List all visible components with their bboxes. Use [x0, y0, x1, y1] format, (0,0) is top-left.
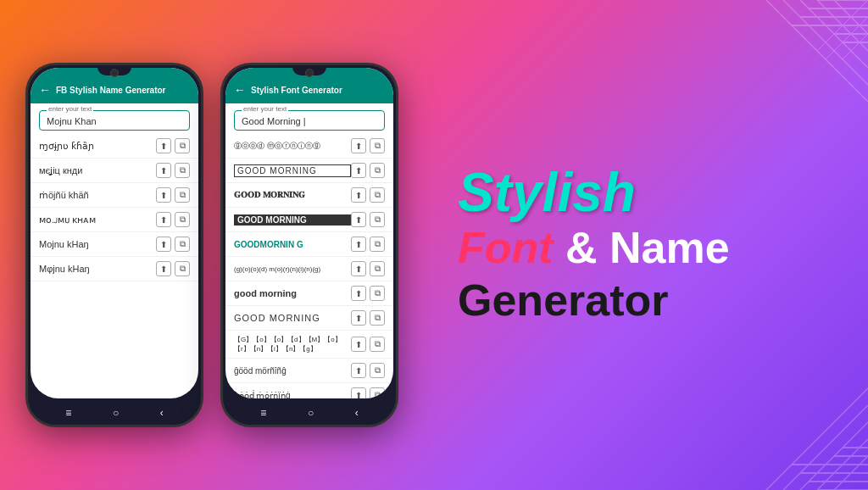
copy-btn-p2-4[interactable]: ⧉	[370, 212, 385, 227]
font-actions-p2-5: ⬆ ⧉	[351, 237, 385, 252]
copy-btn-p2-2[interactable]: ⧉	[370, 163, 385, 178]
phone-1-title: FB Stylish Name Generator	[56, 86, 165, 95]
list-item: ɱơɉɲʋ ƙɦȁɲ ⬆ ⧉	[31, 134, 198, 159]
copy-btn-p2-11[interactable]: ⧉	[370, 387, 385, 398]
phone-1-input-field[interactable]: enter your text Mojnu Khan	[39, 110, 190, 131]
list-item: GOOD MORNING ⬆ ⧉	[225, 159, 393, 183]
nav-back-2[interactable]: ‹	[355, 407, 359, 419]
list-item: GOOD MORNING ⬆ ⧉	[225, 306, 393, 331]
copy-btn-3[interactable]: ⧉	[175, 187, 190, 203]
phone-1-input-area: enter your text Mojnu Khan	[31, 103, 198, 134]
phone-2-camera	[305, 69, 314, 77]
share-btn-1[interactable]: ⬆	[156, 138, 171, 153]
phone-2-screen: ← Stylish Font Generator enter your text…	[225, 68, 393, 398]
phone-1-back-arrow[interactable]: ←	[39, 83, 51, 97]
copy-btn-p2-3[interactable]: ⧉	[370, 187, 385, 203]
list-item: ĝööd mörñîñĝ ⬆ ⧉	[225, 359, 393, 383]
list-item: good morning ⬆ ⧉	[225, 281, 393, 306]
font-actions-4: ⬆ ⧉	[156, 212, 190, 227]
font-actions-2: ⬆ ⧉	[156, 163, 190, 178]
font-text-p2-4: GOOD MORNING	[234, 214, 351, 226]
font-actions-1: ⬆ ⧉	[156, 138, 190, 153]
phone-2: ← Stylish Font Generator enter your text…	[220, 63, 398, 427]
font-text-p2-6: (g)(o)(o)(d) m(o)(r)(n)(i)(n)(g)	[234, 265, 351, 273]
font-text-3: ṁöjñü khäñ	[39, 190, 156, 201]
font-text-1: ɱơɉɲʋ ƙɦȁɲ	[39, 141, 156, 152]
list-item: GOODMORNIN G ⬆ ⧉	[225, 232, 393, 257]
share-btn-p2-7[interactable]: ⬆	[351, 286, 366, 301]
copy-btn-p2-6[interactable]: ⧉	[370, 261, 385, 276]
share-btn-3[interactable]: ⬆	[156, 187, 171, 203]
share-btn-p2-4[interactable]: ⬆	[351, 212, 366, 227]
list-item: ġȯȯḋ ṁȯṙṅïṅġ ⬆ ⧉	[225, 383, 393, 398]
phone-1: ← FB Stylish Name Generator enter your t…	[25, 63, 203, 427]
phone-1-camera	[110, 69, 119, 77]
phone-2-title: Stylish Font Generator	[251, 86, 342, 95]
copy-btn-2[interactable]: ⧉	[175, 163, 190, 178]
font-text-p2-10: ĝööd mörñîñĝ	[234, 366, 351, 376]
font-actions-6: ⬆ ⧉	[156, 261, 190, 276]
share-btn-5[interactable]: ⬆	[156, 237, 171, 252]
phone-2-back-arrow[interactable]: ←	[234, 83, 246, 97]
phone-2-bottom: ≡ ○ ‹	[223, 401, 396, 425]
font-text-p2-11: ġȯȯḋ ṁȯṙṅïṅġ	[234, 391, 351, 399]
brand-generator-text: Generator	[458, 276, 669, 325]
list-item: ⓖⓞⓞⓓ ⓜⓞⓡⓝⓘⓝⓖ ⬆ ⧉	[225, 134, 393, 159]
share-btn-p2-11[interactable]: ⬆	[351, 387, 366, 398]
share-btn-2[interactable]: ⬆	[156, 163, 171, 178]
list-item: ᴍᴏ.ᴊᴍᴜ ᴋʜᴀᴍ ⬆ ⧉	[31, 208, 198, 232]
phone-1-input-value[interactable]: Mojnu Khan	[47, 114, 182, 126]
share-btn-p2-5[interactable]: ⬆	[351, 237, 366, 252]
font-text-p2-9: 【G】【o】【o】【d】【M】【o】【r】【n】【i】【n】【g】	[234, 335, 351, 354]
copy-btn-p2-10[interactable]: ⧉	[370, 363, 385, 378]
copy-btn-1[interactable]: ⧉	[175, 138, 190, 153]
font-text-p2-5: GOODMORNIN G	[234, 240, 351, 249]
phone-2-input-value[interactable]: Good Morning |	[242, 114, 377, 126]
share-btn-p2-6[interactable]: ⬆	[351, 261, 366, 276]
font-actions-p2-10: ⬆ ⧉	[351, 363, 385, 378]
list-item: GOOD MORNING ⬆ ⧉	[225, 208, 393, 232]
font-actions-5: ⬆ ⧉	[156, 237, 190, 252]
font-text-5: Mojnu kHaŋ	[39, 239, 156, 249]
phone-2-input-label: enter your text	[242, 105, 288, 113]
copy-btn-p2-8[interactable]: ⧉	[370, 310, 385, 326]
brand-font-name-text: Font & Name	[458, 224, 730, 272]
copy-btn-6[interactable]: ⧉	[175, 261, 190, 276]
font-actions-p2-1: ⬆ ⧉	[351, 138, 385, 153]
phone-2-input-area: enter your text Good Morning |	[225, 103, 393, 134]
phone-2-input-field[interactable]: enter your text Good Morning |	[234, 110, 385, 131]
nav-menu-1[interactable]: ≡	[65, 407, 71, 419]
nav-home-2[interactable]: ○	[308, 407, 314, 419]
copy-btn-4[interactable]: ⧉	[175, 212, 190, 227]
font-actions-p2-6: ⬆ ⧉	[351, 261, 385, 276]
share-btn-p2-2[interactable]: ⬆	[351, 163, 366, 178]
share-btn-p2-10[interactable]: ⬆	[351, 363, 366, 378]
copy-btn-p2-5[interactable]: ⧉	[370, 237, 385, 252]
list-item: 【G】【o】【o】【d】【M】【o】【r】【n】【i】【n】【g】 ⬆ ⧉	[225, 331, 393, 359]
corner-pattern-bottom-right	[732, 354, 868, 490]
font-text-p2-3: 𝐆𝐎𝐎𝐃 𝐌𝐎𝐑𝐍𝐈𝐍𝐆	[234, 190, 351, 200]
share-btn-p2-1[interactable]: ⬆	[351, 138, 366, 153]
font-actions-p2-3: ⬆ ⧉	[351, 187, 385, 203]
share-btn-p2-8[interactable]: ⬆	[351, 310, 366, 326]
share-btn-p2-3[interactable]: ⬆	[351, 187, 366, 203]
list-item: 𝐆𝐎𝐎𝐃 𝐌𝐎𝐑𝐍𝐈𝐍𝐆 ⬆ ⧉	[225, 183, 393, 208]
font-actions-p2-8: ⬆ ⧉	[351, 310, 385, 326]
nav-menu-2[interactable]: ≡	[260, 407, 266, 419]
list-item: Mφjnu kHaŋ ⬆ ⧉	[31, 257, 198, 281]
nav-back-1[interactable]: ‹	[160, 407, 164, 419]
share-btn-4[interactable]: ⬆	[156, 212, 171, 227]
list-item: Mojnu kHaŋ ⬆ ⧉	[31, 232, 198, 257]
copy-btn-p2-1[interactable]: ⧉	[370, 138, 385, 153]
share-btn-p2-9[interactable]: ⬆	[351, 337, 366, 352]
nav-home-1[interactable]: ○	[113, 407, 119, 419]
copy-btn-5[interactable]: ⧉	[175, 237, 190, 252]
font-text-2: мєʝiц кнди	[39, 165, 156, 176]
phone-1-bottom: ≡ ○ ‹	[28, 401, 201, 425]
copy-btn-p2-9[interactable]: ⧉	[370, 337, 385, 352]
phone-2-font-list: ⓖⓞⓞⓓ ⓜⓞⓡⓝⓘⓝⓖ ⬆ ⧉ GOOD MORNING ⬆ ⧉ 𝐆𝐎𝐎𝐃 𝐌…	[225, 134, 393, 398]
font-text-p2-1: ⓖⓞⓞⓓ ⓜⓞⓡⓝⓘⓝⓖ	[234, 141, 351, 152]
font-actions-p2-11: ⬆ ⧉	[351, 387, 385, 398]
share-btn-6[interactable]: ⬆	[156, 261, 171, 276]
copy-btn-p2-7[interactable]: ⧉	[370, 286, 385, 301]
